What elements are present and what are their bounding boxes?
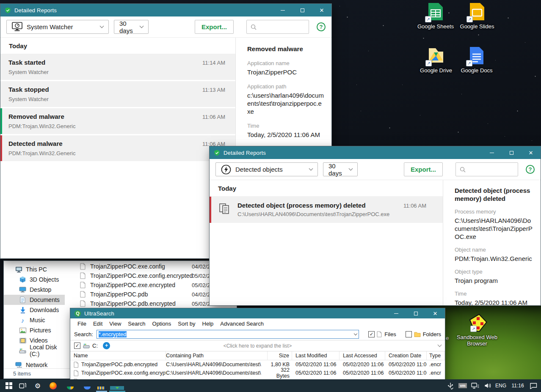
task-view-button[interactable] (16, 379, 29, 392)
desktop-icon-google-drive[interactable]: ↗ Google Drive (417, 47, 455, 74)
detailed-reports-window-2[interactable]: Detailed Reports ✕ Detected objects 30 d… (209, 146, 541, 306)
report-type-dropdown[interactable]: Detected objects (215, 162, 318, 176)
chevron-down-icon[interactable] (354, 332, 357, 335)
column-type[interactable]: Type (427, 351, 445, 360)
clock-label: 11:16 (511, 383, 524, 389)
menu-search[interactable]: Search (124, 321, 149, 327)
sidebar-item-documents[interactable]: Documents (4, 295, 65, 305)
column-last-accessed[interactable]: Last Accessed (340, 351, 385, 360)
close-button[interactable]: ✕ (425, 308, 445, 318)
sidebar-item-3d-objects[interactable]: 3D Objects (4, 274, 65, 285)
event-row-detected-object-deleted[interactable]: Detected object (process memory) deleted… (210, 197, 443, 223)
file-icon (80, 282, 86, 288)
menu-options[interactable]: Options (149, 321, 175, 327)
export-button[interactable]: Export... (195, 20, 234, 34)
minimize-button[interactable] (273, 4, 293, 16)
event-row-detected-malware[interactable]: Detected malware 11:06 AM PDM:Trojan.Win… (0, 135, 235, 161)
help-icon[interactable]: ? (317, 22, 326, 31)
close-button[interactable]: ✕ (312, 4, 331, 16)
firefox-taskbar-button[interactable] (47, 379, 59, 392)
usb-tray-button[interactable] (445, 379, 455, 392)
period-dropdown[interactable]: 30 days (323, 162, 358, 176)
titlebar[interactable]: Detailed Reports ✕ (0, 4, 331, 16)
period-dropdown[interactable]: 30 days (114, 20, 149, 34)
sidebar-item-pictures[interactable]: Pictures (4, 325, 65, 335)
menu-view[interactable]: View (106, 321, 124, 327)
desktop-icon-google-slides[interactable]: ↗ Google Slides (458, 3, 497, 30)
sidebar-item-label: Music (30, 317, 45, 323)
column-containing-path[interactable]: Containing Path (166, 351, 268, 360)
drive-filter-row[interactable]: ✓ C: + <Click here to expand the list> (70, 340, 445, 351)
report-search-input[interactable] (455, 162, 518, 176)
report-search-input[interactable] (246, 20, 309, 34)
sidebar-item-desktop[interactable]: Desktop (4, 285, 65, 295)
search-value: *.encrypted (99, 331, 127, 337)
network-tray-button[interactable] (469, 379, 481, 392)
menu-advanced-search[interactable]: Advanced Search (217, 321, 267, 327)
sidebar-item-network[interactable]: Network (4, 360, 65, 368)
maximize-button[interactable] (406, 308, 425, 318)
event-row-task-started[interactable]: Task started 11:14 AM System Watcher (0, 54, 235, 80)
menu-edit[interactable]: Edit (90, 321, 106, 327)
export-button[interactable]: Export... (404, 162, 443, 176)
menu-file[interactable]: File (74, 321, 90, 327)
close-button[interactable]: ✕ (521, 146, 541, 159)
report-type-value: Detected objects (235, 166, 283, 173)
menu-help[interactable]: Help (199, 321, 217, 327)
sidebar-item-downloads[interactable]: Downloads (4, 305, 65, 315)
files-checkbox[interactable]: ✓ (368, 331, 375, 337)
event-time: 11:06 AM (403, 203, 426, 209)
folder-taskbar-icon[interactable] (97, 387, 105, 389)
report-type-dropdown[interactable]: System Watcher (6, 20, 109, 34)
language-indicator[interactable]: ENG (494, 379, 508, 392)
sidebar-item-local-disk-c[interactable]: Local Disk (C:) (4, 345, 65, 356)
field-value: TrojanZipperPOC (247, 68, 324, 76)
sidebar-item-label: This PC (26, 266, 47, 273)
maximize-button[interactable] (502, 146, 521, 159)
expand-list-hint[interactable]: <Click here to expand the list> (70, 343, 445, 349)
folders-checkbox[interactable] (406, 331, 412, 337)
column-last-modified[interactable]: Last Modified (292, 351, 340, 360)
chrome-icon[interactable] (67, 387, 74, 389)
titlebar[interactable]: Detailed Reports ✕ (210, 146, 541, 159)
event-row-task-stopped[interactable]: Task stopped 11:13 AM System Watcher (0, 81, 235, 107)
result-row[interactable]: TrojanZipperPOC.exe.config.encrypted C:\… (70, 369, 445, 377)
event-details-panel: Detected object (process memory) deleted… (443, 180, 541, 305)
desktop-icon-sandboxed-web-browser[interactable]: ↗ Sandboxed Web Browser (455, 313, 500, 347)
maximize-button[interactable] (293, 4, 312, 16)
start-button[interactable] (2, 379, 16, 392)
search-row: Search: *.encrypted ✓ Files Folders (70, 329, 445, 340)
partial-icon-label: e (446, 335, 449, 341)
task-view-icon (19, 383, 26, 389)
shortcut-arrow-icon: ↗ (466, 16, 473, 22)
vm-icon: vm (458, 383, 466, 388)
volume-tray-button[interactable] (482, 379, 494, 392)
desktop-icon-google-docs[interactable]: ↗ Google Docs (457, 47, 496, 74)
column-name[interactable]: Name (74, 351, 166, 360)
sidebar-item-label: Documents (30, 296, 60, 303)
file-icon (80, 291, 86, 298)
search-input[interactable]: *.encrypted (97, 330, 359, 339)
sidebar-item-music[interactable]: ♪ Music (4, 315, 65, 325)
event-row-removed-malware[interactable]: Removed malware 11:06 AM PDM:Trojan.Win3… (0, 108, 235, 134)
column-size[interactable]: Size (268, 351, 292, 360)
kaspersky-taskbar-icon[interactable] (110, 386, 124, 390)
titlebar[interactable]: Q UltraSearch ✕ (70, 308, 445, 318)
desktop-icon-google-sheets[interactable]: ↗ Google Sheets (416, 3, 455, 30)
result-row[interactable]: TrojanZipperPOC.pdb.encrypted C:\Users\H… (70, 360, 445, 369)
sidebar-item-this-pc[interactable]: This PC (4, 264, 65, 274)
edge-icon[interactable] (84, 387, 91, 389)
settings-taskbar-button[interactable]: ⚙ (31, 379, 44, 392)
file-icon (80, 263, 86, 270)
minimize-button[interactable] (386, 308, 406, 318)
field-label: Application name (247, 60, 324, 66)
column-creation-date[interactable]: Creation Date (385, 351, 427, 360)
cube-icon (19, 276, 26, 283)
vmware-tray-button[interactable]: vm (457, 379, 468, 392)
clock[interactable]: 11:16 (509, 379, 527, 392)
help-icon[interactable]: ? (526, 165, 535, 174)
action-center-button[interactable] (527, 379, 539, 392)
menu-sort-by[interactable]: Sort by (174, 321, 199, 327)
minimize-button[interactable] (482, 146, 502, 159)
ultrasearch-window[interactable]: Q UltraSearch ✕ File Edit View Search Op… (70, 308, 445, 385)
